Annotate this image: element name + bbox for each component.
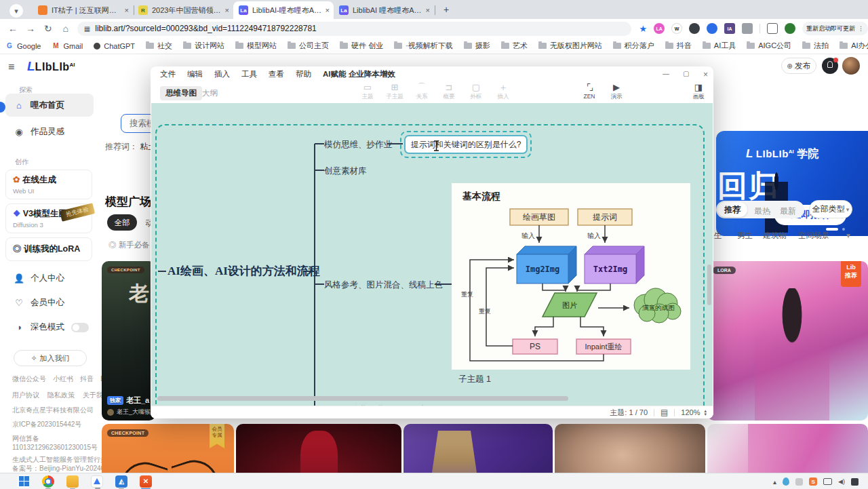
bookmark-folder-photo[interactable]: 摄影 <box>464 41 490 51</box>
mindmap-canvas[interactable]: AI绘画、AI设计的方法和流程 模仿思维、抄作业 创意素材库 风格参考、图片混合… <box>151 103 713 406</box>
forward-icon[interactable]: → <box>22 23 39 34</box>
floating-badge[interactable] <box>0 102 5 113</box>
address-bar[interactable]: ▦ liblib.art/?sourceId=000293&bd_vid=111… <box>77 22 631 36</box>
model-card-laowang[interactable]: CHECKPOINT 老 独家老王_a 老王_大嘴猴 <box>102 261 156 420</box>
window-close-icon[interactable]: × <box>703 70 708 79</box>
tray-snipaste-icon[interactable]: S <box>809 477 817 486</box>
academy-banner[interactable]: L LIbLIbAI 学院 回归 立即报名 <box>716 131 868 236</box>
url-text[interactable]: liblib.art/?sourceId=000293&bd_vid=11122… <box>95 24 317 33</box>
extension-w-icon[interactable]: W <box>671 23 682 34</box>
sidebar-item-inspiration[interactable]: ◉作品灵感 <box>14 126 64 138</box>
bookmark-folder-aigc[interactable]: AIGC公司 <box>747 41 791 51</box>
category-male[interactable]: 男生 <box>737 231 753 241</box>
link-douyin[interactable]: 抖音 <box>80 374 94 384</box>
extensions-puzzle-icon[interactable] <box>742 23 753 34</box>
bookmark-folder-hardware[interactable]: 硬件 创业 <box>340 41 383 51</box>
sidebar-item-train-lora[interactable]: ◎ 训练我的LoRA <box>5 237 92 261</box>
liblib-logo[interactable]: LLIbLIbAI <box>27 59 75 74</box>
sidebar-item-personal[interactable]: 👤个人中心 <box>14 273 64 284</box>
menu-help[interactable]: 帮助 <box>296 69 311 79</box>
canvas-vertical-scrollbar[interactable] <box>707 265 711 305</box>
bookmark-folder-art[interactable]: 艺术 <box>501 41 528 51</box>
xmind-tab-mindmap[interactable]: 思维导图 <box>160 86 202 100</box>
bookmark-folder-aitools[interactable]: AI工具 <box>703 41 736 51</box>
category-space[interactable]: 空间场景 <box>798 231 829 241</box>
carousel-dot[interactable] <box>842 228 845 231</box>
menu-view[interactable]: 查看 <box>269 69 284 79</box>
taskbar-explorer-icon[interactable] <box>66 475 79 488</box>
tray-volume-icon[interactable]: ◀) <box>838 478 845 485</box>
window-minimize-icon[interactable]: — <box>663 70 669 77</box>
sidebar-item-member[interactable]: ♡会员中心 <box>14 297 64 309</box>
link-xiaohongshu[interactable]: 小红书 <box>53 374 73 384</box>
tab1-close-icon[interactable]: × <box>125 6 129 14</box>
browser-tab-4[interactable]: La LiblibAI 哩布哩布AI - 中国领先 × <box>334 1 434 19</box>
tool-boundary[interactable]: ▢外框 <box>462 83 490 101</box>
tray-display-icon[interactable] <box>823 478 832 485</box>
side-panel-icon[interactable] <box>767 23 778 34</box>
tool-zen-mode[interactable]: ⌜⌟ZEN <box>576 83 603 100</box>
new-tab-button[interactable]: + <box>438 1 454 18</box>
link-privacy[interactable]: 隐私政策 <box>47 391 75 400</box>
join-us-button[interactable]: ✧加入我们 <box>14 350 87 366</box>
category-architecture[interactable]: 建筑物 <box>763 231 787 241</box>
sidebar-item-online-gen[interactable]: ✿ 在线生成 Web UI <box>5 170 92 199</box>
extension-ia-icon[interactable]: IA <box>724 23 735 34</box>
mindmap-branch-style[interactable]: 风格参考、图片混合、线稿上色 <box>324 279 443 291</box>
menu-edit[interactable]: 编辑 <box>187 69 203 79</box>
tab4-close-icon[interactable]: × <box>426 6 430 14</box>
tab-search-button[interactable]: ▾ <box>9 4 23 18</box>
filter-pill-all[interactable]: 全部 <box>107 214 137 231</box>
tool-board-panel[interactable]: ◨画板 <box>685 83 712 101</box>
zoom-stepper[interactable]: ▴▾ <box>704 409 707 416</box>
bookmark-folder-model[interactable]: 模型网站 <box>235 41 277 51</box>
taskbar-xmind-icon-active[interactable]: ✕ <box>140 475 152 488</box>
user-avatar[interactable] <box>842 57 860 75</box>
bookmark-folder-video[interactable]: ·视频解析下载 <box>394 41 453 51</box>
sidebar-item-home[interactable]: ⌂哩布首页 <box>5 94 94 117</box>
browser-tab-3-active[interactable]: La LiblibAI-哩布哩布AI - 中国领先 × <box>233 1 334 19</box>
mindmap-root-topic[interactable]: AI绘画、AI设计的方法和流程 <box>167 263 320 279</box>
bookmark-gmail[interactable]: MGmail <box>52 42 83 50</box>
xmind-tab-outline[interactable]: 大纲 <box>202 86 218 100</box>
mindmap-selected-node[interactable]: 提示词和关键词的区别是什么? <box>400 131 532 158</box>
browser-tab-2[interactable]: R 2023年中国营销领域AIGC技术 × <box>133 1 233 19</box>
extension-dark-icon[interactable] <box>689 23 700 34</box>
bookmark-google[interactable]: GGoogle <box>5 42 41 50</box>
back-icon[interactable]: ← <box>4 23 22 34</box>
selected-node-text[interactable]: 提示词和关键词的区别是什么? <box>404 135 528 154</box>
menu-insert[interactable]: 插入 <box>214 69 230 79</box>
newbie-filter[interactable]: ◎ 新手必备 <box>108 240 150 250</box>
profile-avatar[interactable] <box>785 23 795 34</box>
menu-ai[interactable]: AI赋能 企业降本增效 <box>323 69 395 79</box>
bookmark-folder-design[interactable]: 设计网站 <box>183 41 224 51</box>
taskbar-cloud-app-icon[interactable] <box>91 475 103 488</box>
bookmark-chatgpt[interactable]: ChatGPT <box>94 42 135 50</box>
bookmark-folder-stock[interactable]: 无版权图片网站 <box>538 41 602 51</box>
bookmark-folder-jifen[interactable]: 积分落户 <box>613 41 654 51</box>
type-dropdown[interactable]: 全部类型▾ <box>809 200 852 218</box>
category-partial[interactable]: 生 <box>714 231 722 241</box>
site-info-icon[interactable]: ▦ <box>84 25 90 33</box>
canvas-horizontal-scrollbar[interactable] <box>157 396 568 401</box>
extension-blue-icon[interactable] <box>707 23 717 34</box>
publish-button[interactable]: ⊕发布 <box>781 58 816 74</box>
menu-tools[interactable]: 工具 <box>241 69 257 79</box>
tool-subtopic[interactable]: ⊞子主题 <box>381 83 408 101</box>
menu-dots-icon[interactable]: ⋮ <box>858 25 864 32</box>
home-icon[interactable]: ⌂ <box>57 23 75 34</box>
tool-insert[interactable]: ＋插入 <box>490 83 517 101</box>
menu-file[interactable]: 文件 <box>160 69 176 79</box>
extension-la-icon[interactable]: LA <box>654 23 665 34</box>
zoom-level[interactable]: 120% <box>681 408 700 416</box>
model-card-afurelia-top[interactable]: LORA Lib 推荐 <box>707 261 868 420</box>
bookmark-folder-company[interactable]: 公司主页 <box>288 41 329 51</box>
tray-gray-icon[interactable] <box>795 478 803 486</box>
bookmark-folder-douyin[interactable]: 抖音 <box>665 41 692 51</box>
card-author[interactable]: 老王_大嘴猴 <box>107 408 151 416</box>
taskbar-photos-icon[interactable]: ◭ <box>115 475 127 488</box>
sidebar-item-v3[interactable]: ❖ V3模型生图 Diffusion 3 抢先体验 <box>5 203 92 233</box>
mindmap-branch-imitate[interactable]: 模仿思维、抄作业 <box>324 139 392 151</box>
taskbar-chrome-icon[interactable] <box>42 475 54 488</box>
link-wechat[interactable]: 微信公众号 <box>12 374 46 384</box>
